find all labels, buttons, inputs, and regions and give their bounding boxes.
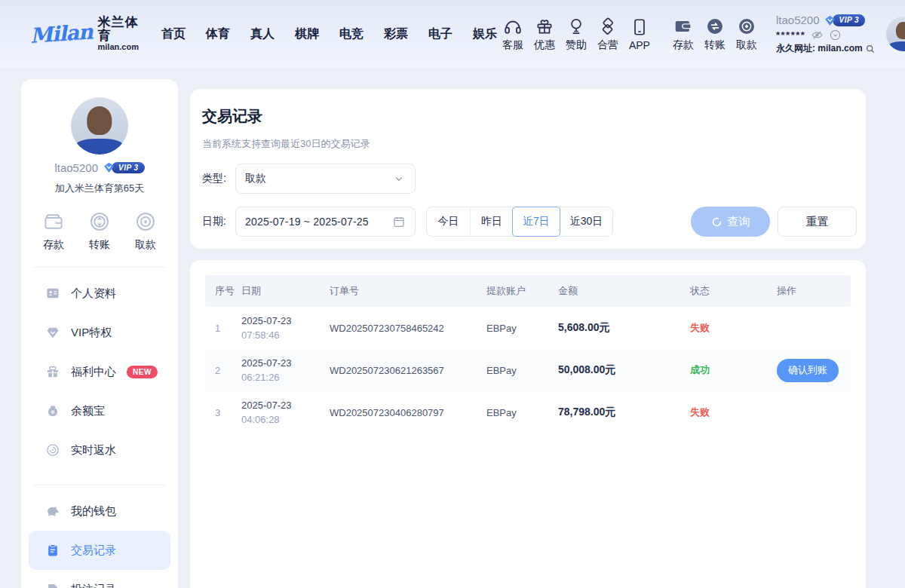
vip-level-label: VIP 3	[833, 14, 866, 27]
promo-link[interactable]: 优惠	[534, 17, 555, 52]
range-yesterday[interactable]: 昨日	[470, 207, 513, 236]
sponsor-link[interactable]: 赞助	[566, 17, 587, 52]
range-7days[interactable]: 近7日	[512, 207, 560, 237]
vip-diamond-icon	[824, 14, 836, 27]
user-avatar[interactable]	[886, 17, 905, 51]
nav-slots[interactable]: 电子	[428, 26, 452, 42]
sidebar-vip-level: VIP 3	[112, 162, 145, 173]
search-button[interactable]: 查询	[691, 207, 770, 237]
brand-logo[interactable]: Milan 米兰体育 milan.com	[30, 16, 139, 51]
trophy-icon	[566, 17, 586, 36]
filter-panel: 交易记录 当前系统支持查询最近30日的交易记录 类型: 取款 日期: 2025-…	[190, 89, 866, 249]
sidebar-vip-badge[interactable]: VIP 3	[103, 161, 145, 174]
row-date: 2025-07-23	[241, 315, 292, 326]
profile-avatar[interactable]	[71, 97, 128, 155]
brand-logo-cn: 米兰体育	[98, 16, 139, 43]
row-date: 2025-07-23	[241, 400, 292, 411]
sidebar-deposit-action[interactable]: 存款	[42, 210, 65, 252]
nav-cards[interactable]: 棋牌	[295, 26, 319, 42]
date-range-value: 2025-07-19 ~ 2025-07-25	[245, 216, 369, 228]
main-content: 交易记录 当前系统支持查询最近30日的交易记录 类型: 取款 日期: 2025-…	[190, 79, 866, 588]
nav-sports[interactable]: 体育	[206, 26, 230, 42]
deposit-icon	[42, 210, 65, 233]
nav-home[interactable]: 首页	[161, 26, 186, 42]
sidebar-item-my-wallet[interactable]: 我的钱包	[29, 492, 170, 531]
app-link[interactable]: APP	[629, 17, 650, 51]
headset-icon	[503, 17, 523, 36]
sidebar-transfer-action[interactable]: 转账	[88, 210, 111, 252]
confirm-receipt-button[interactable]: 确认到账	[777, 359, 839, 382]
nav-esports[interactable]: 电竞	[339, 26, 364, 42]
row-amount: 5,608.00元	[558, 321, 690, 335]
partner-link[interactable]: 合营	[597, 17, 618, 52]
status-badge: 失败	[690, 321, 777, 335]
type-select[interactable]: 取款	[235, 164, 416, 194]
transfer-link[interactable]: 转账	[704, 17, 726, 52]
sidebar-withdraw-action[interactable]: 取款	[134, 210, 157, 252]
row-date: 2025-07-23	[241, 357, 292, 369]
yuebao-icon	[45, 403, 60, 418]
vip-gem-icon	[45, 325, 60, 340]
magnifier-icon[interactable]	[865, 44, 876, 54]
sidebar-item-vip[interactable]: VIP特权	[29, 313, 170, 352]
balance-masked: ******	[776, 29, 805, 41]
nav-lottery[interactable]: 彩票	[384, 26, 408, 42]
sidebar: ltao5200 VIP 3 加入米兰体育第65天 存款 转账	[21, 79, 178, 588]
row-account: EBPay	[486, 407, 558, 418]
vip-badge[interactable]: VIP 3	[824, 14, 866, 27]
page: Milan 米兰体育 milan.com 首页 体育 真人 棋牌 电竞 彩票 电…	[0, 0, 905, 588]
user-info: ltao5200 VIP 3 ******	[776, 14, 876, 55]
permanent-url-label: 永久网址: milan.com	[776, 43, 863, 54]
records-icon	[45, 543, 60, 558]
status-badge: 成功	[690, 363, 777, 377]
withdraw-link[interactable]: 取款	[736, 17, 757, 52]
row-account: EBPay	[486, 323, 558, 334]
calendar-icon	[392, 215, 406, 228]
sidebar-item-rebate[interactable]: 实时返水	[29, 430, 170, 470]
new-badge: NEW	[127, 366, 158, 378]
sidebar-menu-wallet: 我的钱包 交易记录 投注记录	[21, 485, 178, 588]
service-link[interactable]: 客服	[502, 17, 523, 52]
withdraw-icon	[134, 210, 157, 233]
sidebar-item-bet-records[interactable]: 投注记录	[29, 570, 170, 588]
loading-spinner-icon	[711, 216, 722, 228]
table-row: 3 2025-07-23 04:06:28 WD2025072304062807…	[205, 391, 851, 433]
chevron-circle-icon[interactable]	[829, 29, 842, 41]
range-30days[interactable]: 近30日	[560, 207, 613, 236]
id-card-icon	[45, 286, 60, 301]
transfer-icon	[705, 17, 725, 36]
date-range-input[interactable]: 2025-07-19 ~ 2025-07-25	[235, 207, 416, 237]
bets-icon	[45, 582, 60, 588]
piggy-wallet-icon	[45, 504, 60, 519]
row-account: EBPay	[486, 365, 558, 376]
range-today[interactable]: 今日	[427, 207, 470, 236]
table-row: 1 2025-07-23 07:58:46 WD2025072307584652…	[205, 307, 851, 349]
row-time: 04:06:28	[241, 414, 280, 425]
reset-button[interactable]: 重置	[778, 207, 857, 237]
partner-icon	[598, 17, 618, 36]
main-nav: 首页 体育 真人 棋牌 电竞 彩票 电子 娱乐	[161, 26, 497, 42]
nav-entertainment[interactable]: 娱乐	[473, 26, 497, 42]
row-time: 06:21:26	[241, 372, 280, 383]
page-subtitle: 当前系统支持查询最近30日的交易记录	[202, 137, 857, 151]
page-title: 交易记录	[202, 89, 857, 127]
username: ltao5200	[776, 14, 820, 28]
sidebar-item-benefits[interactable]: 福利中心 NEW	[29, 352, 170, 391]
sidebar-item-profile[interactable]: 个人资料	[29, 274, 170, 313]
nav-live[interactable]: 真人	[250, 26, 275, 42]
sidebar-item-yuebao[interactable]: 余额宝	[29, 391, 170, 430]
row-amount: 78,798.00元	[558, 406, 690, 419]
table-header: 序号 日期 订单号 提款账户 金额 状态 操作	[205, 275, 851, 307]
deposit-link[interactable]: 存款	[673, 17, 694, 52]
rebate-icon	[45, 443, 60, 458]
wallet-icon	[673, 17, 693, 36]
sidebar-item-transactions[interactable]: 交易记录	[29, 531, 170, 570]
sidebar-username: ltao5200	[54, 161, 98, 174]
vip-diamond-icon	[103, 161, 115, 174]
transfer-icon	[88, 210, 111, 233]
eye-off-icon[interactable]	[811, 29, 824, 41]
row-order-no: WD202507230621263567	[330, 365, 486, 376]
row-order-no: WD202507230406280797	[330, 407, 486, 418]
phone-icon	[630, 17, 649, 37]
gift-icon	[535, 17, 554, 36]
